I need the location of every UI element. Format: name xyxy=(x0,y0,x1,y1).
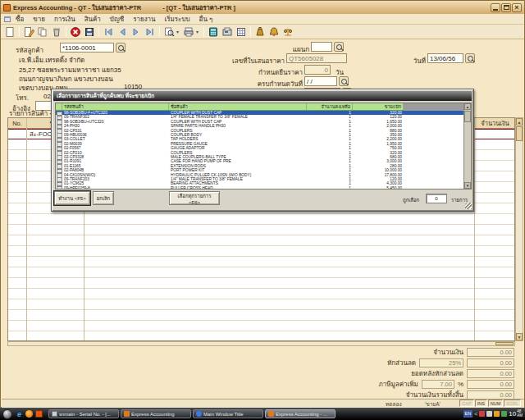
cell-price: 5,450.00 xyxy=(353,186,404,189)
taskbar-button-3[interactable]: Main Window Title xyxy=(193,409,263,418)
dept-input[interactable] xyxy=(311,42,332,52)
menu-item-4[interactable]: สินค้า xyxy=(84,14,101,25)
date-lookup-icon[interactable] xyxy=(465,53,475,63)
bell-icon[interactable] xyxy=(267,25,281,39)
ie-icon[interactable]: e xyxy=(16,410,23,418)
scroll-up-icon[interactable]: ▲ xyxy=(516,118,523,126)
status-flag-ins: INS xyxy=(475,399,487,407)
weight-icon[interactable] xyxy=(253,25,267,39)
totals-label: หักส่วนลด xyxy=(387,358,416,368)
calculator-icon[interactable] xyxy=(207,25,220,39)
menu-item-1[interactable]: ซื้อ xyxy=(16,14,24,25)
fax-icon[interactable] xyxy=(221,25,234,39)
firefox-icon[interactable] xyxy=(25,410,33,418)
dropdown-arrow-icon[interactable]: ▾ xyxy=(196,29,201,34)
price-valid-input[interactable]: 0 xyxy=(304,65,331,75)
close-button[interactable]: × xyxy=(512,3,522,12)
list-header-4[interactable]: ขาย/เบิก xyxy=(353,103,404,110)
nav-next-icon[interactable] xyxy=(130,25,143,39)
minimize-button[interactable] xyxy=(491,3,500,12)
dialog-titlebar[interactable]: เลือกรายการสินค้าที่ถูกค้นพบ ที่จะขาย/เบ… xyxy=(53,91,472,101)
language-indicator[interactable]: EN xyxy=(463,410,473,418)
totals-row: หักส่วนลด25%0.00 xyxy=(198,358,514,368)
nav-last-icon[interactable] xyxy=(144,25,157,39)
find-icon[interactable] xyxy=(162,25,176,39)
selected-count-field: 0 xyxy=(426,194,447,203)
scroll-down-icon[interactable]: ▼ xyxy=(464,182,471,189)
scale-icon[interactable] xyxy=(281,25,294,39)
scrollbar-thumb[interactable] xyxy=(516,126,523,141)
mdi-child-icon[interactable] xyxy=(4,16,11,22)
grid-header-amount: จำนวนเงิน xyxy=(474,118,516,129)
grid-vertical-scrollbar[interactable]: ▲ ▼ xyxy=(515,117,523,341)
list-header-2[interactable]: ชื่อสินค้า xyxy=(169,103,307,110)
due-date-input[interactable]: / / xyxy=(304,76,337,86)
scrollbar-thumb[interactable] xyxy=(495,342,514,345)
taskbar-button-label: Express Accounting xyxy=(131,412,175,417)
menu-item-6[interactable]: รายงาน xyxy=(133,14,155,25)
scrollbar-thumb[interactable] xyxy=(464,111,471,122)
copy-document-icon[interactable] xyxy=(36,25,49,39)
taskbar-clock[interactable]: 10 48 AM xyxy=(509,410,523,418)
tray-app-2-icon[interactable] xyxy=(486,411,492,417)
list-header-1[interactable]: รหัสสินค้า xyxy=(62,103,169,110)
dept-lookup-icon[interactable] xyxy=(334,42,344,52)
clock-hour: 10 xyxy=(509,410,516,418)
menu-item-2[interactable]: ขาย xyxy=(33,14,45,25)
select-all-button[interactable]: เลือกทุกรายการ <F6> xyxy=(169,191,220,205)
grid-horizontal-scrollbar[interactable] xyxy=(7,341,515,346)
menu-item-8[interactable]: อื่น ๆ xyxy=(199,14,213,25)
barcode-grid-icon[interactable] xyxy=(235,25,248,39)
print-icon[interactable] xyxy=(182,25,195,39)
nav-prev-icon[interactable] xyxy=(116,25,129,39)
tray-app-1-icon[interactable] xyxy=(479,411,485,417)
customer-lookup-icon[interactable] xyxy=(116,43,126,52)
row-select-box[interactable] xyxy=(56,186,62,189)
taskbar-button-4[interactable]: Express Accounting - ... xyxy=(265,409,336,418)
totals-extra-field[interactable]: 25% xyxy=(419,358,463,368)
menu-item-5[interactable]: บัญชี xyxy=(110,14,124,25)
window-blue-icon xyxy=(196,411,202,417)
edit-document-icon[interactable] xyxy=(22,25,35,39)
list-rows: 98-SOB3/BU-F+UTC320COUPLER WITH DUST CAP… xyxy=(56,111,471,189)
cancel-icon[interactable] xyxy=(69,25,82,39)
product-select-dialog: เลือกรายการสินค้าที่ถูกค้นพบ ที่จะขาย/เบ… xyxy=(51,89,474,212)
maximize-button[interactable] xyxy=(501,3,511,12)
toolbar-separator xyxy=(159,26,160,37)
menubar: ซื้อขายการเงินสินค้าบัญชีรายงานเริ่มระบบ… xyxy=(1,14,524,25)
menu-item-7[interactable]: เริ่มระบบ xyxy=(165,14,190,25)
taskbar-button-2[interactable]: Express Accounting xyxy=(121,409,191,418)
tray-app-3-icon[interactable] xyxy=(494,411,500,417)
start-button[interactable] xyxy=(2,409,12,419)
product-row[interactable]: 09-HPE0259-8PULLER CROSS HEAD15,450.00 xyxy=(56,186,471,189)
totals-extra-field[interactable]: 7.00 xyxy=(422,380,454,389)
ok-button[interactable]: ทำงาน <F5> xyxy=(54,191,90,205)
express-icon xyxy=(124,411,130,417)
dialog-title: เลือกรายการสินค้าที่ถูกค้นพบ ที่จะขาย/เบ… xyxy=(57,93,154,98)
resize-grip[interactable] xyxy=(465,203,472,209)
grid-column-divider xyxy=(26,118,27,340)
date-input[interactable]: 13/06/56 xyxy=(427,53,463,63)
menu-item-3[interactable]: การเงิน xyxy=(54,14,75,25)
delete-trash-icon[interactable] xyxy=(50,25,63,39)
due-date-lookup-icon[interactable] xyxy=(339,76,349,86)
quotation-no-field[interactable]: QT5605028 xyxy=(286,53,347,63)
totals-row: ยอดหลังหักส่วนลด0.00 xyxy=(198,368,514,379)
dropdown-arrow-icon[interactable]: ▾ xyxy=(176,29,181,34)
taskbar-button-1[interactable]: snmain - Serial No. - [... xyxy=(48,409,119,418)
desktop: Express Accounting - QT - ใบเสนอราคา-PTR… xyxy=(0,0,525,420)
new-document-icon[interactable] xyxy=(3,25,16,39)
clock-ampm: AM xyxy=(517,414,523,418)
scroll-up-icon[interactable]: ▲ xyxy=(464,103,471,110)
toolbar-separator xyxy=(19,26,20,37)
orange-app-icon[interactable] xyxy=(35,410,43,418)
list-header-3[interactable]: จำนวนคงเหลือ xyxy=(307,103,353,110)
tray-app-4-icon[interactable] xyxy=(501,411,507,417)
tray-chevron-icon[interactable]: < xyxy=(474,410,477,418)
customer-code-input[interactable]: *1106-0001 xyxy=(60,43,114,52)
save-icon[interactable] xyxy=(83,25,96,39)
cancel-button[interactable]: ยกเลิก xyxy=(93,191,114,205)
list-scrollbar[interactable]: ▲ ▼ xyxy=(463,103,471,189)
nav-first-icon[interactable] xyxy=(102,25,115,39)
scroll-down-icon[interactable]: ▼ xyxy=(516,333,523,340)
